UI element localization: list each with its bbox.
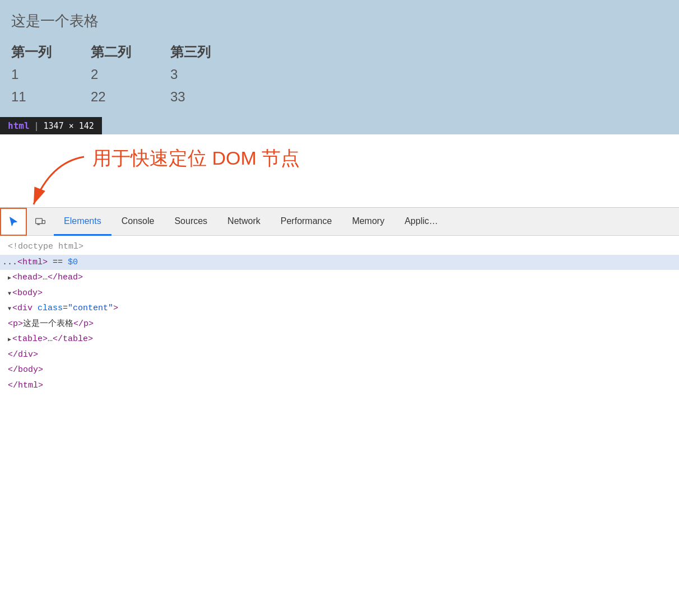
body-open-line[interactable]: <body> [6, 286, 673, 301]
page-table-area: 第一列 第二列 第三列 1 2 3 11 22 33 [11, 41, 668, 108]
cell-r2c1: 11 [11, 86, 91, 108]
tab-memory[interactable]: Memory [342, 208, 394, 236]
content-table: 第一列 第二列 第三列 1 2 3 11 22 33 [11, 41, 250, 108]
browser-page: 这是一个表格 第一列 第二列 第三列 1 2 3 11 22 33 [0, 0, 679, 134]
tab-performance[interactable]: Performance [271, 208, 342, 236]
html-ellipsis: ... [2, 258, 17, 267]
cursor-icon [7, 216, 20, 228]
tooltip-separator: | [34, 121, 39, 131]
head-toggle[interactable] [8, 273, 12, 282]
dom-tree: <!doctype html> ...<html> == $0 <head>…<… [0, 236, 679, 396]
annotation-label: 用于快速定位 DOM 节点 [92, 146, 300, 171]
body-close-line[interactable]: </body> [6, 362, 673, 378]
cell-r2c3: 33 [170, 86, 250, 108]
svg-rect-2 [42, 221, 45, 224]
div-close-line[interactable]: </div> [6, 347, 673, 363]
table-row: 11 22 33 [11, 86, 250, 108]
cell-r2c2: 22 [91, 86, 170, 108]
div-toggle[interactable] [8, 304, 12, 313]
p-line[interactable]: <p>这是一个表格</p> [6, 316, 673, 332]
html-close-line[interactable]: </html> [6, 378, 673, 394]
tab-network[interactable]: Network [217, 208, 271, 236]
html-root-line[interactable]: ...<html> == $0 [0, 255, 679, 270]
table-toggle[interactable] [8, 334, 12, 344]
tooltip-dimensions: 1347 × 142 [44, 121, 94, 131]
cell-r1c1: 1 [11, 63, 91, 86]
body-toggle[interactable] [8, 288, 12, 298]
annotation-area: 用于快速定位 DOM 节点 [0, 134, 679, 207]
cell-r1c2: 2 [91, 63, 170, 86]
devtools-panel: Elements Console Sources Network Perform… [0, 207, 679, 396]
col-header-3: 第三列 [170, 41, 250, 63]
div-open-line[interactable]: <div class="content"> [6, 301, 673, 316]
doctype-line: <!doctype html> [6, 239, 673, 255]
devtools-tabs: Elements Console Sources Network Perform… [54, 208, 679, 235]
annotation-arrow [17, 151, 95, 213]
element-size-tooltip: html | 1347 × 142 [0, 117, 102, 134]
devtools-toolbar: Elements Console Sources Network Perform… [0, 208, 679, 236]
tab-sources[interactable]: Sources [164, 208, 217, 236]
responsive-icon [35, 216, 46, 227]
head-line[interactable]: <head>…</head> [6, 270, 673, 286]
page-heading: 这是一个表格 [11, 11, 668, 31]
tab-application[interactable]: Applic… [394, 208, 448, 236]
cell-r1c3: 3 [170, 63, 250, 86]
col-header-1: 第一列 [11, 41, 91, 63]
col-header-2: 第二列 [91, 41, 170, 63]
table-row: 1 2 3 [11, 63, 250, 86]
tab-console[interactable]: Console [111, 208, 165, 236]
tooltip-tag: html [8, 120, 30, 131]
svg-rect-1 [36, 218, 43, 223]
table-line[interactable]: <table>…</table> [6, 332, 673, 347]
